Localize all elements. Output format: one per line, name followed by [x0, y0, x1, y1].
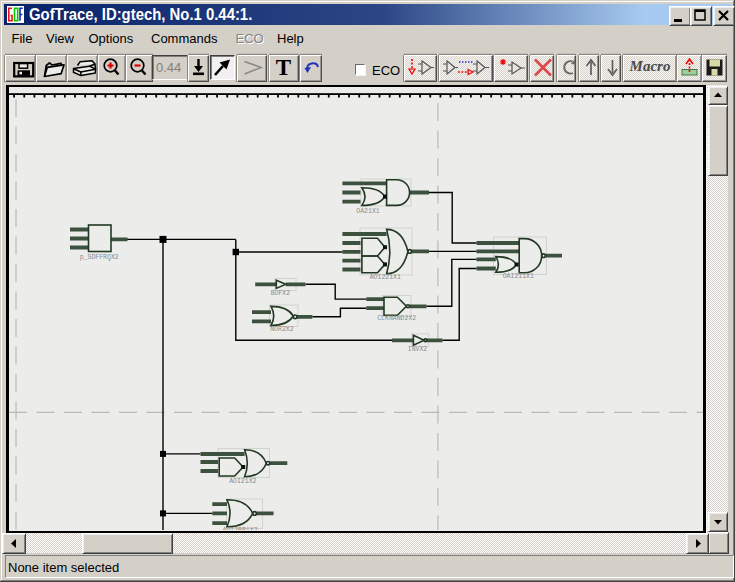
svg-text:OA21X1: OA21X1 — [356, 208, 380, 215]
svg-text:INVX2: INVX2 — [408, 346, 428, 353]
svg-text:OAI211X1: OAI211X1 — [503, 273, 534, 280]
svg-text:p_SDFFRQX2: p_SDFFRQX2 — [80, 254, 119, 261]
svg-text:CLKNAND2X2: CLKNAND2X2 — [377, 315, 416, 322]
svg-text:AOI2BB1X2: AOI2BB1X2 — [222, 527, 257, 531]
svg-text:NOR2X2: NOR2X2 — [270, 326, 294, 333]
svg-text:AOI21X2: AOI21X2 — [229, 478, 256, 485]
svg-text:BUFX2: BUFX2 — [271, 290, 291, 297]
svg-text:AOI221X1: AOI221X1 — [370, 274, 401, 281]
